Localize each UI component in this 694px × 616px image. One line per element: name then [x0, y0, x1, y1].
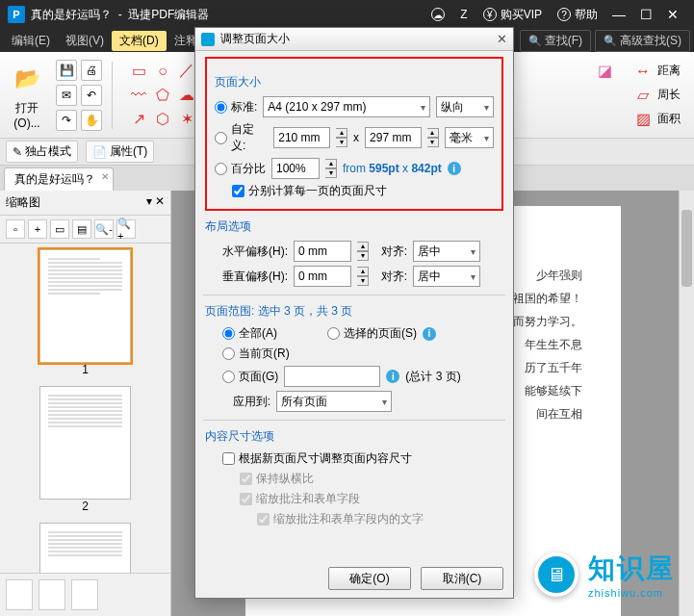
dialog-titlebar[interactable]: 调整页面大小 ✕	[195, 28, 513, 51]
measure-distance-button[interactable]: ↔距离	[632, 61, 681, 82]
thumb-tool-1[interactable]: ▫	[6, 219, 25, 239]
footer-btn-2[interactable]	[39, 579, 65, 610]
info-icon[interactable]: i	[423, 327, 436, 341]
resize-page-dialog: 调整页面大小 ✕ 页面大小 标准: A4 (210 x 297 mm)▾ 纵向▾…	[194, 27, 514, 599]
from-hint: from 595pt x 842pt	[343, 162, 442, 175]
cloud-icon[interactable]: ☁	[431, 8, 445, 21]
buy-vip-button[interactable]: ¥购买VIP	[483, 7, 542, 23]
shape-polyline-icon[interactable]: 〰	[128, 85, 149, 106]
close-tab-icon[interactable]: ✕	[101, 171, 109, 182]
hshift-input[interactable]: 0 mm	[294, 241, 351, 262]
shape-arrow-icon[interactable]: ↗	[128, 109, 149, 130]
menu-view[interactable]: 视图(V)	[58, 31, 112, 51]
check-scale-annot-text: 缩放批注和表单字段内的文字	[257, 511, 424, 527]
shape-polygon-icon[interactable]: ⬠	[152, 85, 173, 106]
thumbnail-page-1[interactable]: 1	[39, 249, 131, 376]
halign-select[interactable]: 居中▾	[413, 241, 480, 262]
measure-area-button[interactable]: ▨面积	[632, 109, 681, 130]
maximize-button[interactable]: ☐	[632, 7, 659, 22]
tool-hand-icon[interactable]: ✋	[81, 110, 102, 131]
thumb-tool-4[interactable]: ▤	[72, 219, 91, 239]
thumbnails-tools: ▫ + ▭ ▤ 🔍- 🔍+	[0, 216, 170, 244]
open-button[interactable]: 📂 打开(O)...	[4, 60, 50, 130]
watermark: 🖥 知识屋 zhishiwu.com	[525, 547, 684, 603]
eraser-button[interactable]: ◪	[594, 61, 615, 130]
watermark-url: zhishiwu.com	[588, 587, 675, 599]
dialog-close-button[interactable]: ✕	[497, 32, 507, 46]
help-button[interactable]: ?帮助	[557, 7, 598, 23]
vshift-input[interactable]: 0 mm	[294, 266, 351, 287]
measure-perimeter-button[interactable]: ▱周长	[632, 85, 681, 106]
orientation-select[interactable]: 纵向▾	[436, 96, 494, 117]
menu-document[interactable]: 文档(D)	[112, 31, 167, 51]
width-input[interactable]: 210 mm	[273, 127, 330, 148]
section-layout: 布局选项	[205, 218, 503, 235]
thumb-tool-2[interactable]: +	[28, 219, 47, 239]
window-title: 真的是好运吗？ - 迅捷PDF编辑器	[31, 7, 209, 23]
shape-rect-icon[interactable]: ▭	[128, 61, 149, 82]
check-calc-each[interactable]: 分别计算每一页的页面尺寸	[232, 183, 387, 199]
section-range: 页面范围: 选中 3 页，共 3 页	[205, 303, 503, 320]
valign-label: 对齐:	[374, 269, 407, 285]
radio-standard[interactable]: 标准:	[215, 99, 257, 116]
info-icon[interactable]: i	[386, 370, 399, 383]
footer-btn-3[interactable]	[71, 579, 98, 610]
shape-hex-icon[interactable]: ⬡	[152, 109, 173, 130]
minimize-button[interactable]: —	[605, 7, 632, 22]
preset-select[interactable]: A4 (210 x 297 mm)▾	[263, 96, 430, 117]
thumbnail-page-2[interactable]: 2	[39, 386, 131, 513]
page-size-highlight: 页面大小 标准: A4 (210 x 297 mm)▾ 纵向▾ 自定义: 210…	[205, 57, 503, 211]
watermark-name: 知识屋	[588, 551, 675, 587]
app-icon: P	[8, 6, 25, 23]
tool-mail-icon[interactable]: ✉	[56, 85, 77, 106]
valign-select[interactable]: 居中▾	[413, 266, 480, 287]
tool-redo-icon[interactable]: ↷	[56, 110, 77, 131]
menu-edit[interactable]: 编辑(E)	[4, 31, 58, 51]
watermark-icon: 🖥	[534, 552, 578, 597]
user-initial[interactable]: Z	[460, 8, 467, 21]
tool-print-icon[interactable]: 🖨	[81, 60, 102, 81]
radio-custom[interactable]: 自定义:	[215, 121, 268, 154]
pages-input[interactable]	[284, 366, 380, 387]
align-label: 对齐:	[374, 244, 407, 260]
properties-button[interactable]: 📄 属性(T)	[86, 141, 154, 163]
check-scale-annot: 缩放批注和表单字段	[240, 491, 360, 507]
radio-percent[interactable]: 百分比	[215, 161, 266, 177]
panel-menu-icon[interactable]: ▾ ✕	[146, 194, 165, 211]
percent-input[interactable]: 100%	[271, 158, 320, 179]
apply-to-select[interactable]: 所有页面▾	[276, 391, 392, 412]
advanced-find-button[interactable]: 🔍高级查找(S)	[595, 30, 690, 52]
total-label: (总计 3 页)	[405, 369, 460, 385]
find-button[interactable]: 🔍查找(F)	[520, 30, 591, 52]
dialog-icon	[201, 33, 215, 46]
radio-selected[interactable]: 选择的页面(S)	[327, 325, 417, 342]
hshift-label: 水平偏移(H):	[222, 244, 288, 260]
radio-current[interactable]: 当前页(R)	[222, 346, 290, 362]
solo-mode-button[interactable]: ✎ 独占模式	[6, 141, 78, 163]
close-button[interactable]: ✕	[659, 7, 686, 22]
thumb-tool-6[interactable]: 🔍+	[116, 219, 136, 239]
dialog-title: 调整页面大小	[220, 31, 290, 47]
cancel-button[interactable]: 取消(C)	[421, 567, 503, 590]
radio-pages[interactable]: 页面(G)	[222, 369, 278, 385]
tool-undo-icon[interactable]: ↶	[81, 85, 102, 106]
tool-save-icon[interactable]: 💾	[56, 60, 77, 81]
shape-circle-icon[interactable]: ○	[152, 61, 173, 82]
section-page-size: 页面大小	[215, 74, 494, 90]
thumb-tool-5[interactable]: 🔍-	[94, 219, 114, 239]
check-keep-ratio: 保持纵横比	[240, 471, 314, 487]
unit-select[interactable]: 毫米▾	[445, 127, 494, 148]
x-label: x	[353, 131, 359, 144]
thumb-tool-3[interactable]: ▭	[50, 219, 69, 239]
document-tab[interactable]: 真的是好运吗？✕	[4, 167, 114, 191]
ok-button[interactable]: 确定(O)	[328, 567, 411, 590]
thumbnails-panel: 缩略图▾ ✕ ▫ + ▭ ▤ 🔍- 🔍+ 1 2 3	[0, 191, 171, 616]
info-icon[interactable]: i	[448, 162, 461, 175]
height-input[interactable]: 297 mm	[365, 127, 422, 148]
check-resize-content[interactable]: 根据新页面尺寸调整页面内容尺寸	[222, 450, 412, 467]
section-content: 内容尺寸选项	[205, 428, 503, 445]
radio-all[interactable]: 全部(A)	[222, 325, 277, 342]
footer-btn-1[interactable]	[6, 579, 33, 610]
thumbnail-page-3[interactable]: 3	[39, 523, 131, 573]
thumbnails-footer	[0, 573, 170, 616]
